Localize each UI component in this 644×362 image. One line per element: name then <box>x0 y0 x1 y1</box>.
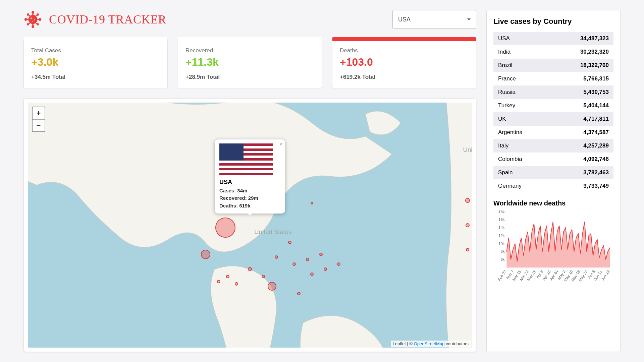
map-circle[interactable] <box>248 267 252 271</box>
card-recovered[interactable]: Recovered +11.3k +28.9m Total <box>178 37 322 88</box>
svg-point-18 <box>34 19 35 20</box>
close-icon[interactable]: × <box>279 141 282 147</box>
zoom-in-button[interactable]: + <box>33 107 45 119</box>
map-circle[interactable] <box>324 267 327 271</box>
svg-point-7 <box>39 18 41 21</box>
table-row[interactable]: USA34,487,323 <box>493 32 613 45</box>
map-circle[interactable] <box>275 255 278 259</box>
map-circle[interactable] <box>297 292 301 295</box>
row-country: USA <box>498 35 510 42</box>
row-cases: 5,766,315 <box>583 75 609 82</box>
popup-country: USA <box>219 179 280 186</box>
svg-point-1 <box>32 11 34 14</box>
card-total: +28.9m Total <box>185 74 314 80</box>
map-circle[interactable] <box>235 282 238 286</box>
row-country: Germany <box>498 183 522 189</box>
table-row[interactable]: Turkey5,404,144 <box>493 99 613 112</box>
card-label: Recovered <box>185 47 314 54</box>
card-label: Deaths <box>340 47 469 54</box>
map-circle[interactable] <box>466 248 469 251</box>
svg-rect-4 <box>32 23 33 25</box>
row-cases: 4,717,811 <box>583 116 609 122</box>
row-country: Argentina <box>498 129 523 136</box>
svg-point-19 <box>32 21 33 22</box>
map-circle[interactable] <box>262 275 265 278</box>
table-row[interactable]: Colombia4,092,746 <box>493 153 613 166</box>
chart-title: Worldwide new deaths <box>493 199 613 207</box>
row-cases: 3,782,463 <box>583 169 609 176</box>
flag-icon <box>219 143 273 175</box>
map-circle[interactable] <box>337 262 340 266</box>
table-row[interactable]: UK4,717,811 <box>493 112 613 126</box>
map-circle[interactable] <box>226 275 229 278</box>
stats-row: Total Cases +3.0k +34.5m Total Recovered… <box>23 37 476 88</box>
card-total: +619.2k Total <box>340 74 469 80</box>
zoom-out-button[interactable]: − <box>33 119 45 131</box>
table-row[interactable]: Argentina4,374,587 <box>493 126 613 139</box>
card-label: Total Cases <box>31 47 160 54</box>
map-circle[interactable] <box>306 258 309 261</box>
svg-rect-2 <box>32 13 33 16</box>
live-cases-table[interactable]: USA34,487,323India30,232,320Brazil18,322… <box>493 32 613 193</box>
table-row[interactable]: Brazil18,322,760 <box>493 59 613 72</box>
map[interactable]: United States Colombia Uni <box>28 103 472 348</box>
row-cases: 3,733,749 <box>583 183 609 189</box>
table-row[interactable]: Russia5,430,753 <box>493 85 613 99</box>
card-today: +3.0k <box>31 56 160 68</box>
popup-recovered: Recovered: 29m <box>219 194 280 202</box>
live-cases-title: Live cases by Country <box>493 17 613 26</box>
svg-text:8k: 8k <box>500 249 504 253</box>
map-circle[interactable] <box>319 253 323 256</box>
map-circle[interactable] <box>292 262 296 266</box>
map-attribution: Leaflet | © OpenStreetMap contributors <box>391 341 471 347</box>
map-circle[interactable] <box>201 250 210 259</box>
row-cases: 34,487,323 <box>580 35 609 42</box>
table-row[interactable]: Germany3,733,749 <box>493 179 613 193</box>
row-country: Spain <box>498 169 513 176</box>
row-country: Turkey <box>498 102 515 109</box>
svg-rect-6 <box>27 19 29 20</box>
row-country: Brazil <box>498 62 513 69</box>
map-circle[interactable] <box>268 282 276 291</box>
map-circle[interactable] <box>215 218 235 238</box>
svg-text:6k: 6k <box>500 257 504 261</box>
row-country: France <box>498 75 516 82</box>
svg-text:10k: 10k <box>498 242 505 246</box>
row-country: Russia <box>498 89 516 96</box>
table-row[interactable]: India30,232,320 <box>493 45 613 59</box>
app-title: COVID-19 TRACKER <box>49 12 166 26</box>
map-circle[interactable] <box>310 273 314 276</box>
map-container: United States Colombia Uni <box>23 98 476 352</box>
svg-point-17 <box>31 17 33 19</box>
table-row[interactable]: Italy4,257,289 <box>493 139 613 153</box>
map-circle[interactable] <box>311 202 313 204</box>
svg-point-5 <box>24 18 27 21</box>
table-row[interactable]: Spain3,782,463 <box>493 166 613 179</box>
row-cases: 5,404,144 <box>583 102 609 109</box>
deaths-chart: 6k8k10k12k14k16k18kFeb 27Mar 7Mar 15Mar … <box>493 210 613 284</box>
map-circle[interactable] <box>465 198 470 203</box>
brand: COVID-19 TRACKER <box>23 10 166 29</box>
row-country: Colombia <box>498 156 522 163</box>
osm-link[interactable]: OpenStreetMap <box>414 341 445 346</box>
virus-icon <box>23 10 42 29</box>
card-deaths[interactable]: Deaths +103.0 +619.2k Total <box>332 37 476 88</box>
map-circle[interactable] <box>466 223 470 227</box>
map-circle[interactable] <box>217 280 220 283</box>
svg-text:Uni: Uni <box>463 146 472 153</box>
row-country: India <box>498 49 511 55</box>
header: COVID-19 TRACKER USA <box>23 10 476 29</box>
table-row[interactable]: France5,766,315 <box>493 72 613 85</box>
row-country: UK <box>498 116 506 122</box>
svg-text:18k: 18k <box>498 210 505 214</box>
row-cases: 5,430,753 <box>583 89 609 96</box>
svg-text:16k: 16k <box>498 218 505 222</box>
card-today: +11.3k <box>185 56 314 68</box>
svg-point-3 <box>32 25 34 28</box>
svg-text:Feb 27: Feb 27 <box>497 269 507 282</box>
country-select[interactable]: USA <box>392 10 476 29</box>
map-circle[interactable] <box>288 241 291 244</box>
side-panel: Live cases by Country USA34,487,323India… <box>486 10 621 352</box>
card-total-cases[interactable]: Total Cases +3.0k +34.5m Total <box>23 37 168 88</box>
row-cases: 18,322,760 <box>580 62 609 69</box>
